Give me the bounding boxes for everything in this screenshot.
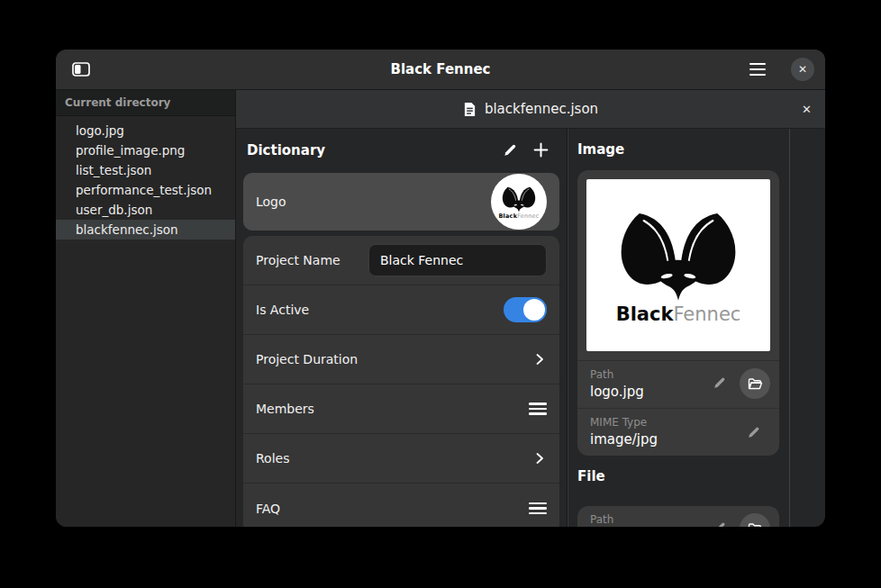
plus-icon — [532, 141, 549, 158]
logo-thumbnail: BlackFennec — [491, 174, 547, 230]
row-project-duration-label: Project Duration — [256, 352, 358, 366]
document-icon — [463, 102, 477, 117]
row-faq[interactable]: FAQ — [243, 484, 559, 527]
tab-bar: blackfennec.json ✕ — [236, 90, 825, 129]
project-name-input[interactable] — [368, 244, 547, 276]
pencil-icon — [503, 142, 518, 158]
folder-open-icon — [748, 377, 763, 391]
window-title: Black Fennec — [56, 61, 825, 77]
edit-button[interactable] — [495, 137, 525, 164]
file-item-selected[interactable]: blackfennec.json — [56, 220, 235, 240]
file-item[interactable]: performance_test.json — [56, 180, 235, 200]
content-area: Dictionary Logo — [236, 129, 825, 527]
tab-blackfennec-json[interactable]: blackfennec.json — [463, 101, 598, 117]
tab-close-button[interactable]: ✕ — [802, 103, 812, 116]
scrollbar-track[interactable] — [789, 129, 790, 527]
row-members-label: Members — [256, 402, 314, 416]
tab-label: blackfennec.json — [485, 101, 598, 117]
list-icon — [529, 500, 547, 517]
hamburger-menu-icon — [749, 59, 766, 79]
dictionary-header: Dictionary — [236, 129, 567, 171]
sidebar-icon — [72, 62, 90, 77]
dictionary-title: Dictionary — [247, 142, 495, 158]
edit-file-path-icon[interactable] — [713, 520, 727, 527]
row-faq-label: FAQ — [256, 502, 280, 516]
dictionary-panel: Dictionary Logo — [236, 129, 568, 527]
row-project-duration[interactable]: Project Duration — [243, 335, 559, 384]
file-section-title: File — [577, 456, 825, 497]
dictionary-list: Project Name Is Active — [243, 236, 559, 527]
dictionary-rows: Logo BlackFennec Project Name — [236, 171, 567, 527]
file-item[interactable]: logo.jpg — [56, 121, 235, 140]
sidebar-header: Current directory — [56, 90, 235, 116]
path-field: Path logo.jpg — [577, 360, 779, 408]
mime-field-label: MIME Type — [590, 416, 767, 429]
edit-path-icon[interactable] — [713, 375, 727, 390]
row-logo[interactable]: Logo BlackFennec — [243, 173, 559, 231]
chevron-right-icon — [532, 352, 547, 366]
file-item[interactable]: profile_image.png — [56, 140, 235, 160]
file-card: Path — [577, 506, 779, 527]
headerbar: Black Fennec ✕ — [56, 50, 825, 90]
row-project-name: Project Name — [243, 236, 559, 285]
row-members[interactable]: Members — [243, 384, 559, 434]
primary-menu-button[interactable] — [742, 50, 773, 89]
fennec-logo-icon — [498, 185, 540, 214]
window-close-button[interactable]: ✕ — [791, 58, 814, 81]
image-detail-panel: Image BlackFennec Path logo.jpg — [568, 129, 825, 527]
is-active-toggle[interactable] — [504, 297, 547, 322]
fennec-logo-image — [606, 206, 750, 307]
file-path-field: Path — [577, 506, 779, 527]
mime-field-value: image/jpg — [590, 431, 767, 448]
logo-caption: BlackFennec — [616, 303, 741, 325]
app-window: Black Fennec ✕ Current directory logo.jp… — [56, 50, 825, 527]
row-project-name-label: Project Name — [256, 253, 341, 267]
chevron-right-icon — [532, 451, 547, 466]
sidebar: Current directory logo.jpg profile_image… — [56, 90, 236, 527]
toggle-knob — [523, 299, 545, 321]
add-button[interactable] — [525, 137, 556, 164]
image-card: BlackFennec Path logo.jpg — [577, 170, 779, 456]
file-item[interactable]: list_test.json — [56, 160, 235, 180]
folder-open-icon — [748, 522, 763, 528]
edit-mime-icon[interactable] — [747, 425, 761, 439]
logo-thumb-caption: BlackFennec — [498, 213, 539, 220]
image-section-title: Image — [577, 129, 825, 170]
logo-image-preview: BlackFennec — [586, 179, 770, 351]
row-roles-label: Roles — [256, 451, 289, 466]
sidebar-toggle-button[interactable] — [67, 50, 95, 89]
file-item[interactable]: user_db.json — [56, 200, 235, 220]
main-column: blackfennec.json ✕ Dictionary — [236, 90, 825, 527]
file-list: logo.jpg profile_image.png list_test.jso… — [56, 116, 235, 244]
row-logo-label: Logo — [256, 194, 286, 209]
row-is-active: Is Active — [243, 285, 559, 335]
mime-field: MIME Type image/jpg — [577, 408, 779, 456]
row-is-active-label: Is Active — [256, 303, 309, 317]
list-icon — [529, 400, 547, 417]
row-roles[interactable]: Roles — [243, 434, 559, 484]
app-body: Current directory logo.jpg profile_image… — [56, 90, 825, 527]
browse-file-button[interactable] — [740, 368, 770, 399]
